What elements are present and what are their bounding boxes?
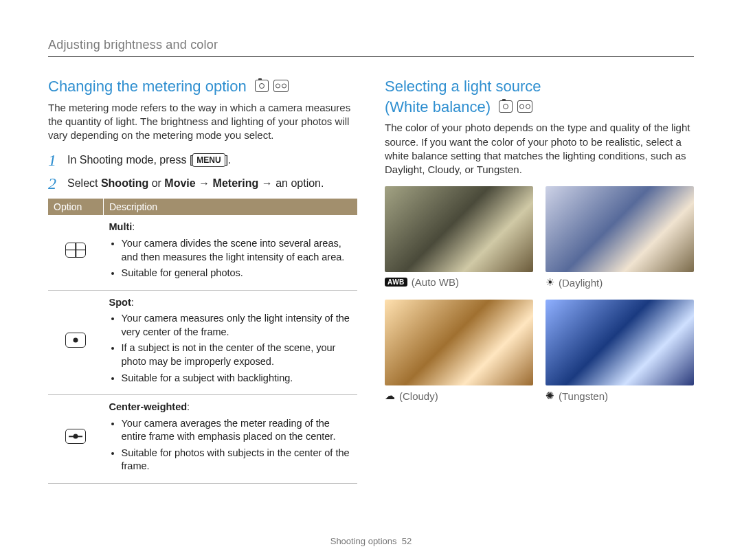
wb-heading-line1: Selecting a light source bbox=[385, 78, 541, 95]
option-bullet: If a subject is not in the center of the… bbox=[122, 341, 352, 368]
step-number: 2 bbox=[48, 175, 60, 192]
white-balance-examples-grid: AWB (Auto WB)☀ (Daylight)☁ (Cloudy)✺ (Tu… bbox=[385, 186, 694, 402]
step-1-text: In Shooting mode, press [MENU]. bbox=[67, 152, 232, 168]
metering-options-table: Option Description Multi:Your camera div… bbox=[48, 199, 357, 483]
wb-heading-line2: (White balance) bbox=[385, 98, 491, 115]
step-1: 1 In Shooting mode, press [MENU]. bbox=[48, 152, 357, 168]
left-column: Changing the metering option The meterin… bbox=[48, 76, 357, 484]
metering-heading: Changing the metering option bbox=[48, 76, 357, 97]
wb-label-text: (Auto WB) bbox=[412, 276, 459, 288]
option-bullet: Suitable for photos with subjects in the… bbox=[122, 447, 352, 473]
wb-label-text: (Daylight) bbox=[559, 277, 603, 289]
step-number: 1 bbox=[48, 152, 60, 168]
option-bullet: Your camera divides the scene into sever… bbox=[122, 237, 352, 264]
awb-icon: AWB bbox=[385, 278, 407, 287]
camera-mode-icon bbox=[255, 80, 269, 92]
table-row: Center-weighted:Your camera averages the… bbox=[48, 395, 357, 484]
sun-icon: ☀ bbox=[546, 276, 554, 289]
breadcrumb: Adjusting brightness and color bbox=[48, 38, 694, 57]
center-metering-icon-cell bbox=[48, 395, 104, 484]
white-balance-heading: Selecting a light source (White balance) bbox=[385, 76, 694, 117]
wb-sample-image-cloudy bbox=[385, 300, 533, 385]
table-row: Spot:Your camera measures only the light… bbox=[48, 290, 357, 394]
wb-label-text: (Tungsten) bbox=[559, 390, 608, 402]
camera-mode-icon bbox=[499, 100, 513, 113]
wb-label: AWB (Auto WB) bbox=[385, 276, 533, 288]
wb-example-auto: AWB (Auto WB) bbox=[385, 186, 533, 289]
option-description: Spot:Your camera measures only the light… bbox=[104, 290, 358, 394]
metering-intro: The metering mode refers to the way in w… bbox=[48, 101, 357, 143]
right-column: Selecting a light source (White balance)… bbox=[385, 76, 694, 484]
option-name: Center-weighted bbox=[109, 401, 188, 412]
spot-metering-icon-cell bbox=[48, 290, 104, 394]
option-description: Center-weighted:Your camera averages the… bbox=[104, 395, 358, 484]
two-column-layout: Changing the metering option The meterin… bbox=[48, 76, 694, 484]
menu-button-chip: MENU bbox=[192, 153, 225, 167]
white-balance-intro: The color of your photo depends on the t… bbox=[385, 121, 694, 177]
step-2: 2 Select Shooting or Movie → Metering → … bbox=[48, 175, 357, 192]
video-mode-icon bbox=[273, 80, 289, 92]
wb-sample-image-auto bbox=[385, 186, 533, 272]
page-footer: Shooting options 52 bbox=[0, 536, 742, 546]
option-bullet: Suitable for general photos. bbox=[122, 267, 352, 280]
th-description: Description bbox=[104, 199, 358, 215]
cloud-icon: ☁ bbox=[385, 390, 395, 402]
video-mode-icon bbox=[517, 100, 532, 113]
option-bullet: Your camera averages the meter reading o… bbox=[122, 417, 352, 444]
footer-section: Shooting options bbox=[330, 536, 397, 546]
option-name: Spot bbox=[109, 297, 131, 308]
th-option: Option bbox=[48, 199, 104, 215]
manual-page: Adjusting brightness and color Changing … bbox=[0, 0, 742, 560]
wb-label: ☁ (Cloudy) bbox=[385, 390, 533, 402]
wb-label: ✺ (Tungsten) bbox=[546, 390, 694, 402]
option-bullets: Your camera averages the meter reading o… bbox=[109, 417, 352, 473]
multi-metering-icon-cell bbox=[48, 215, 104, 290]
wb-label-text: (Cloudy) bbox=[399, 390, 438, 402]
multi-metering-icon bbox=[65, 243, 86, 258]
wb-example-tungsten: ✺ (Tungsten) bbox=[546, 300, 694, 402]
option-bullets: Your camera measures only the light inte… bbox=[109, 312, 352, 385]
spot-metering-icon bbox=[65, 333, 86, 348]
option-bullet: Your camera measures only the light inte… bbox=[122, 312, 352, 339]
table-row: Multi:Your camera divides the scene into… bbox=[48, 215, 357, 290]
footer-page-number: 52 bbox=[402, 536, 412, 546]
wb-example-cloudy: ☁ (Cloudy) bbox=[385, 300, 533, 402]
wb-sample-image-daylight bbox=[546, 186, 694, 272]
mode-icons bbox=[499, 100, 532, 114]
option-name: Multi bbox=[109, 221, 133, 232]
center-metering-icon bbox=[65, 429, 86, 444]
option-description: Multi:Your camera divides the scene into… bbox=[104, 215, 358, 290]
lightbulb-icon: ✺ bbox=[546, 390, 554, 402]
option-bullet: Suitable for a subject with backlighting… bbox=[122, 372, 352, 385]
step-2-text: Select Shooting or Movie → Metering → an… bbox=[67, 175, 324, 192]
wb-example-daylight: ☀ (Daylight) bbox=[546, 186, 694, 289]
mode-icons bbox=[255, 80, 289, 93]
wb-sample-image-tungsten bbox=[546, 300, 694, 385]
wb-label: ☀ (Daylight) bbox=[546, 276, 694, 289]
metering-heading-text: Changing the metering option bbox=[48, 78, 247, 95]
metering-steps: 1 In Shooting mode, press [MENU]. 2 Sele… bbox=[48, 152, 357, 192]
option-bullets: Your camera divides the scene into sever… bbox=[109, 237, 352, 280]
